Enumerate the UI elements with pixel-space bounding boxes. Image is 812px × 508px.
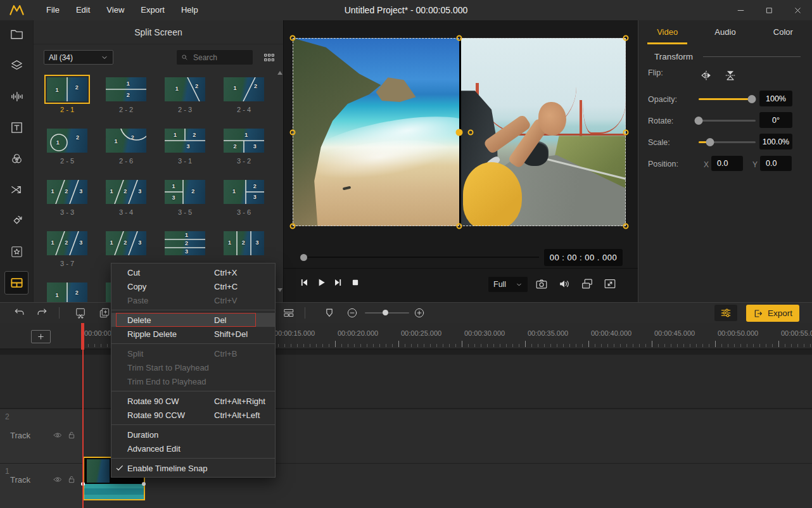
template-item-2-1[interactable]: 122 - 1 bbox=[47, 77, 87, 113]
playhead[interactable] bbox=[82, 323, 84, 508]
sidebar-item-elements[interactable] bbox=[4, 54, 29, 77]
zoom-in-button[interactable] bbox=[413, 307, 426, 319]
stop-button[interactable] bbox=[349, 276, 362, 289]
seek-slider-handle[interactable] bbox=[300, 254, 307, 261]
rotate-slider[interactable] bbox=[699, 120, 756, 122]
eye-visibility-icon[interactable] bbox=[53, 474, 63, 485]
tab-video[interactable]: Video bbox=[638, 20, 696, 44]
opacity-slider-handle[interactable] bbox=[747, 95, 756, 103]
export-button[interactable]: Export bbox=[746, 305, 799, 322]
resize-handle[interactable] bbox=[623, 129, 629, 135]
template-item-3-7[interactable]: 1233 - 7 bbox=[47, 231, 87, 267]
snapshot-button[interactable] bbox=[535, 277, 549, 291]
menu-view[interactable]: View bbox=[98, 0, 132, 20]
grid-view-button[interactable] bbox=[262, 51, 276, 65]
menu-item-enable-timeline-snap[interactable]: Enable Timeline Snap bbox=[111, 461, 275, 475]
opacity-value[interactable]: 100% bbox=[759, 91, 792, 106]
timeline-zoom-handle[interactable] bbox=[383, 310, 388, 315]
export-settings-button[interactable] bbox=[714, 305, 737, 321]
template-item[interactable]: 12 bbox=[47, 283, 87, 302]
resize-handle[interactable] bbox=[457, 35, 462, 41]
add-track-button[interactable] bbox=[31, 330, 51, 343]
template-item-2-6[interactable]: 122 - 6 bbox=[106, 129, 146, 165]
resize-handle[interactable] bbox=[290, 35, 296, 41]
template-item-3-3[interactable]: 1233 - 3 bbox=[47, 180, 87, 216]
template-item-2-2[interactable]: 122 - 2 bbox=[106, 77, 146, 113]
sidebar-item-transitions[interactable] bbox=[4, 178, 29, 201]
menu-item-rotate-90-ccw[interactable]: Rotate 90 CCWCtrl+Alt+Left bbox=[111, 408, 275, 422]
template-item[interactable]: 123 bbox=[106, 231, 146, 260]
duplicate-clip-button[interactable] bbox=[98, 307, 111, 319]
eye-visibility-icon[interactable] bbox=[53, 430, 63, 440]
position-x-field[interactable]: 0.0 bbox=[711, 156, 743, 171]
split-clip-button[interactable] bbox=[74, 307, 87, 319]
menu-item-rotate-90-cw[interactable]: Rotate 90 CWCtrl+Alt+Right bbox=[111, 394, 275, 408]
preview-clip-left[interactable] bbox=[293, 38, 459, 226]
center-anchor-handle[interactable] bbox=[456, 129, 463, 136]
template-item[interactable]: 123 bbox=[224, 231, 264, 260]
flip-vertical-button[interactable] bbox=[723, 68, 738, 82]
sidebar-item-text[interactable] bbox=[4, 116, 29, 139]
close-button[interactable] bbox=[783, 0, 812, 20]
menu-item-cut[interactable]: CutCtrl+X bbox=[111, 265, 275, 279]
menu-export[interactable]: Export bbox=[132, 0, 173, 20]
undo-button[interactable] bbox=[13, 307, 26, 319]
template-item-2-5[interactable]: 122 - 5 bbox=[47, 129, 87, 165]
preview-canvas[interactable] bbox=[293, 38, 626, 226]
position-y-field[interactable]: 0.0 bbox=[760, 156, 792, 171]
sidebar-item-split-screen[interactable] bbox=[4, 271, 29, 295]
fullscreen-button[interactable] bbox=[603, 277, 617, 291]
resize-handle[interactable] bbox=[290, 129, 296, 135]
menu-item-ripple-delete[interactable]: Ripple DeleteShift+Del bbox=[111, 327, 275, 341]
sidebar-item-audio[interactable] bbox=[4, 85, 29, 108]
previous-frame-button[interactable] bbox=[298, 276, 310, 289]
minimize-button[interactable] bbox=[726, 0, 755, 20]
menu-item-copy[interactable]: CopyCtrl+C bbox=[111, 279, 275, 293]
tab-color[interactable]: Color bbox=[754, 20, 812, 44]
preview-clip-right[interactable] bbox=[461, 38, 626, 226]
template-item-2-3[interactable]: 122 - 3 bbox=[165, 77, 205, 113]
rotate-slider-handle[interactable] bbox=[695, 117, 703, 125]
dual-screen-button[interactable] bbox=[580, 277, 594, 291]
menu-item-duration[interactable]: Duration bbox=[111, 428, 275, 441]
next-frame-button[interactable] bbox=[332, 276, 345, 289]
scroll-up-icon[interactable] bbox=[277, 71, 282, 75]
menu-edit[interactable]: Edit bbox=[68, 0, 98, 20]
scale-slider-handle[interactable] bbox=[706, 138, 714, 146]
menu-file[interactable]: File bbox=[38, 0, 68, 20]
resize-handle[interactable] bbox=[290, 224, 296, 229]
category-dropdown[interactable]: All (34) bbox=[44, 50, 113, 65]
seek-slider[interactable] bbox=[303, 257, 539, 258]
preview-zoom-dropdown[interactable]: Full bbox=[488, 277, 528, 292]
search-input[interactable] bbox=[192, 53, 248, 63]
sidebar-item-media[interactable] bbox=[4, 23, 29, 46]
resize-handle[interactable] bbox=[457, 224, 462, 229]
template-item[interactable]: 123 bbox=[165, 231, 205, 260]
lock-icon[interactable] bbox=[67, 430, 77, 440]
template-item-3-6[interactable]: 1233 - 6 bbox=[224, 180, 264, 216]
redo-button[interactable] bbox=[35, 307, 48, 319]
menu-item-advanced-edit[interactable]: Advanced Edit bbox=[111, 441, 275, 455]
template-item-3-5[interactable]: 1233 - 5 bbox=[165, 180, 205, 216]
menu-help[interactable]: Help bbox=[173, 0, 206, 20]
menu-item-delete[interactable]: DeleteDel bbox=[111, 313, 275, 327]
rotate-value[interactable]: 0° bbox=[759, 112, 792, 128]
lock-icon[interactable] bbox=[67, 474, 77, 485]
maximize-button[interactable] bbox=[755, 0, 783, 20]
play-button[interactable] bbox=[315, 276, 327, 289]
zoom-out-button[interactable] bbox=[346, 307, 358, 319]
scroll-down-icon[interactable] bbox=[277, 288, 282, 292]
tab-audio[interactable]: Audio bbox=[696, 20, 754, 44]
scrollbar[interactable] bbox=[277, 70, 282, 302]
playhead-head[interactable] bbox=[81, 323, 84, 350]
fade-out-handle[interactable] bbox=[142, 482, 146, 486]
search-box[interactable] bbox=[177, 50, 253, 65]
rotation-handle[interactable] bbox=[468, 129, 474, 135]
resize-handle[interactable] bbox=[623, 224, 629, 229]
scale-slider[interactable] bbox=[699, 141, 756, 143]
marker-button[interactable] bbox=[323, 307, 336, 319]
opacity-slider[interactable] bbox=[699, 98, 756, 100]
sidebar-item-effects[interactable] bbox=[4, 240, 29, 264]
resize-handle[interactable] bbox=[623, 35, 629, 41]
flip-horizontal-button[interactable] bbox=[699, 68, 714, 82]
